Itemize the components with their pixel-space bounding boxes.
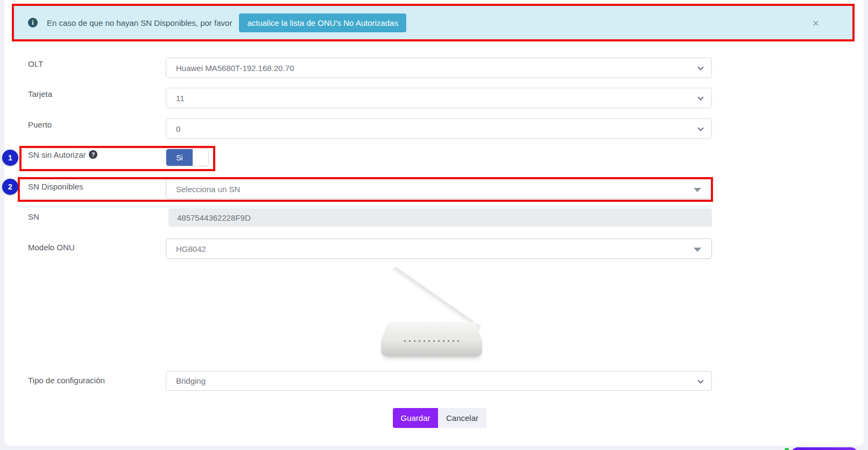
annotation-box-alert: i En caso de que no hayan SN Disponibles… — [12, 4, 855, 41]
chevron-down-icon — [697, 64, 703, 70]
close-icon[interactable]: × — [813, 17, 819, 29]
sn-input: 4857544362228F9D — [168, 208, 712, 227]
sn-label: SN — [28, 212, 39, 221]
modal-card: i En caso de que no hayan SN Disponibles… — [4, 0, 864, 446]
sn-disponibles-select[interactable]: Selecciona un SN — [166, 179, 712, 199]
alert-message: En caso de que no hayan SN Disponibles, … — [47, 18, 232, 27]
sn-disponibles-placeholder: Selecciona un SN — [176, 185, 240, 194]
save-button[interactable]: Guardar — [393, 408, 438, 428]
chat-widget-button[interactable] — [791, 447, 858, 450]
info-alert: i En caso de que no hayan SN Disponibles… — [14, 6, 852, 39]
olt-select-value: Huawei MA5680T-192.168.20.70 — [176, 64, 294, 73]
tipo-configuracion-select[interactable]: Bridging — [166, 371, 712, 391]
help-icon[interactable]: ? — [89, 150, 97, 159]
sn-sin-autorizar-toggle[interactable]: Si — [166, 149, 209, 166]
tarjeta-select-value: 11 — [176, 94, 185, 103]
caret-down-icon — [694, 188, 701, 192]
refresh-unauthorized-onus-button[interactable]: actualice la lista de ONU's No Autorizad… — [239, 13, 406, 32]
modelo-onu-label: Modelo ONU — [28, 243, 75, 252]
tarjeta-label: Tarjeta — [28, 89, 52, 99]
chat-status-dot — [785, 448, 789, 450]
annotation-badge-1: 1 — [2, 150, 18, 166]
chevron-down-icon — [697, 377, 703, 383]
chevron-down-icon — [697, 94, 703, 100]
sn-input-value: 4857544362228F9D — [177, 213, 251, 222]
info-icon: i — [28, 18, 38, 27]
toggle-on-label: Si — [166, 149, 193, 166]
olt-select[interactable]: Huawei MA5680T-192.168.20.70 — [166, 58, 712, 78]
chevron-down-icon — [697, 125, 703, 131]
cancel-button[interactable]: Cancelar — [438, 408, 486, 428]
onu-antenna — [392, 266, 481, 331]
modelo-onu-value: HG8042 — [176, 244, 206, 254]
tarjeta-select[interactable]: 11 — [166, 88, 712, 108]
sn-disponibles-label: SN Disponibles — [28, 182, 83, 191]
puerto-label: Puerto — [28, 120, 52, 129]
onu-body-top — [381, 322, 482, 340]
tipo-configuracion-value: Bridging — [176, 376, 206, 385]
modelo-onu-select[interactable]: HG8042 — [166, 238, 712, 259]
annotation-badge-2: 2 — [2, 179, 18, 195]
onu-led-row — [404, 340, 461, 342]
olt-label: OLT — [28, 59, 43, 68]
puerto-select[interactable]: 0 — [166, 118, 712, 139]
caret-down-icon — [694, 248, 701, 252]
puerto-select-value: 0 — [176, 124, 180, 133]
sn-sin-autorizar-label: SN sin Autorizar — [28, 150, 86, 159]
tipo-configuracion-label: Tipo de configuración — [28, 376, 105, 385]
onu-product-image — [376, 263, 491, 361]
